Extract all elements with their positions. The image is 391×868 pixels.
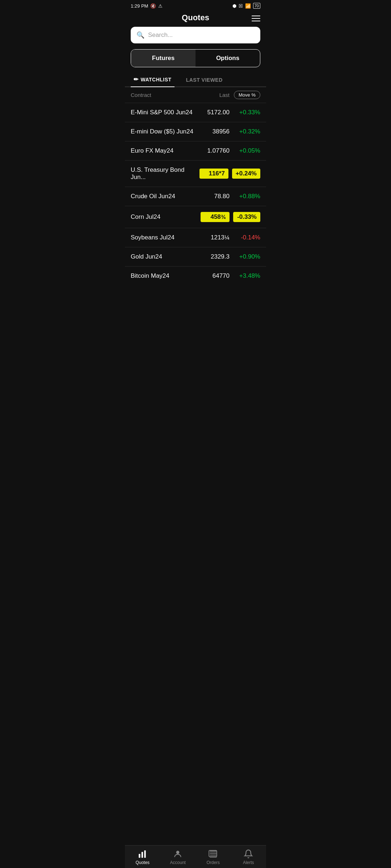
quote-name: Crude Oil Jun24: [131, 193, 175, 200]
quote-change: +0.88%: [233, 193, 260, 200]
quote-right: 1.07760 +0.05%: [201, 147, 260, 154]
watchlist-tab-label: WATCHLIST: [141, 77, 172, 82]
quote-row[interactable]: Corn Jul24 458¾ -0.33%: [125, 206, 266, 228]
wifi-icon: 📶: [245, 3, 251, 9]
search-icon: 🔍: [136, 31, 144, 39]
quote-row[interactable]: E-Mini S&P 500 Jun24 5172.00 +0.33%: [125, 103, 266, 122]
status-bar: 1:29 PM 🔇 ⚠ ⬢ ☒ 📶 70: [125, 0, 266, 10]
header: Quotes: [125, 10, 266, 27]
quote-change: +0.32%: [233, 128, 260, 135]
battery-icon: 70: [253, 3, 260, 9]
quote-change: +0.05%: [233, 147, 260, 154]
status-right: ⬢ ☒ 📶 70: [232, 3, 260, 9]
quote-change: +0.24%: [232, 169, 260, 179]
search-box[interactable]: 🔍 Search...: [131, 27, 260, 43]
quote-name: Euro FX May24: [131, 147, 173, 154]
quote-row[interactable]: E-mini Dow ($5) Jun24 38956 +0.32%: [125, 122, 266, 141]
last-header: Last: [219, 92, 230, 98]
watchlist-tab-active[interactable]: ✏ WATCHLIST: [131, 73, 175, 87]
quote-row[interactable]: U.S. Treasury Bond Jun... 116*7 +0.24%: [125, 160, 266, 187]
quote-right: 2329.3 +0.90%: [201, 253, 260, 260]
quote-right: 5172.00 +0.33%: [201, 109, 260, 116]
page-title: Quotes: [182, 13, 209, 22]
quote-right: 1213¼ -0.14%: [201, 234, 260, 241]
search-placeholder: Search...: [148, 31, 173, 39]
bluetooth-icon: ⬢: [232, 3, 236, 9]
quote-change: -0.33%: [233, 212, 260, 222]
quote-change: +0.90%: [233, 253, 260, 260]
menu-button[interactable]: [252, 16, 260, 21]
quote-row[interactable]: Bitcoin May24 64770 +3.48%: [125, 266, 266, 285]
quote-row[interactable]: Crude Oil Jun24 78.80 +0.88%: [125, 187, 266, 206]
quote-right: 38956 +0.32%: [201, 128, 260, 135]
quote-change: +0.33%: [233, 109, 260, 116]
quote-price: 116*7: [199, 169, 228, 179]
quote-right: 458¾ -0.33%: [201, 212, 260, 222]
quote-name: Bitcoin May24: [131, 272, 169, 280]
quote-change: +3.48%: [233, 272, 260, 280]
futures-tab[interactable]: Futures: [131, 50, 196, 67]
warning-icon: ⚠: [158, 3, 163, 9]
move-pct-badge[interactable]: Move %: [234, 91, 260, 99]
quote-price: 78.80: [201, 193, 230, 200]
quote-right: 64770 +3.48%: [201, 272, 260, 280]
last-viewed-tab-label: LAST VIEWED: [186, 77, 223, 83]
quote-name: Corn Jul24: [131, 213, 160, 221]
contract-header: Contract: [131, 92, 151, 98]
quote-price: 458¾: [201, 212, 230, 222]
tab-switcher: Futures Options: [131, 49, 260, 67]
table-header: Contract Last Move %: [125, 87, 266, 103]
quote-price: 2329.3: [201, 253, 230, 260]
signal-icon: ☒: [239, 3, 243, 9]
quotes-list: E-Mini S&P 500 Jun24 5172.00 +0.33% E-mi…: [125, 103, 266, 285]
quote-name: Gold Jun24: [131, 253, 162, 260]
quote-row[interactable]: Euro FX May24 1.07760 +0.05%: [125, 141, 266, 160]
quote-price: 1.07760: [201, 147, 230, 154]
quote-name: Soybeans Jul24: [131, 234, 175, 241]
quote-name: E-mini Dow ($5) Jun24: [131, 128, 193, 135]
quote-price: 38956: [201, 128, 230, 135]
quote-change: -0.14%: [233, 234, 260, 241]
quote-name: U.S. Treasury Bond Jun...: [131, 166, 199, 181]
quote-right: 78.80 +0.88%: [201, 193, 260, 200]
watchlist-tabs: ✏ WATCHLIST LAST VIEWED: [125, 73, 266, 87]
edit-icon: ✏: [134, 76, 139, 83]
quote-row[interactable]: Soybeans Jul24 1213¼ -0.14%: [125, 228, 266, 247]
time: 1:29 PM: [131, 3, 148, 9]
options-tab[interactable]: Options: [196, 50, 260, 67]
quote-row[interactable]: Gold Jun24 2329.3 +0.90%: [125, 247, 266, 266]
quote-price: 1213¼: [201, 234, 230, 241]
quote-price: 64770: [201, 272, 230, 280]
quote-price: 5172.00: [201, 109, 230, 116]
status-left: 1:29 PM 🔇 ⚠: [131, 3, 163, 9]
last-viewed-tab[interactable]: LAST VIEWED: [183, 74, 226, 86]
mute-icon: 🔇: [150, 3, 156, 9]
search-container: 🔍 Search...: [125, 27, 266, 49]
quote-right: 116*7 +0.24%: [199, 169, 260, 179]
quote-name: E-Mini S&P 500 Jun24: [131, 109, 193, 116]
